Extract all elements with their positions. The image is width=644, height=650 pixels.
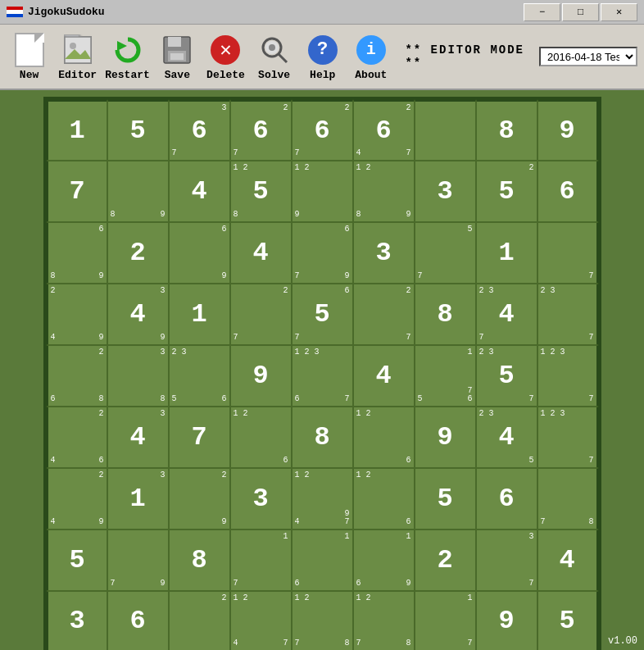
cell-r8c7[interactable]: 2 — [415, 530, 476, 591]
cell-r6c9[interactable]: 1 2 3 0 7 — [537, 407, 599, 468]
cell-r8c6[interactable]: 1 0 6 9 — [353, 530, 415, 591]
cell-r5c2[interactable]: 3 0 8 — [107, 345, 169, 407]
cell-r2c4[interactable]: 1 2 5 8 — [230, 161, 292, 222]
minimize-button[interactable]: − — [524, 3, 560, 21]
maximize-button[interactable]: □ — [562, 3, 599, 21]
cell-r5c4[interactable]: 9 — [230, 345, 292, 407]
cell-r7c6[interactable]: 1 2 0 6 — [353, 468, 415, 530]
about-button[interactable]: i About — [348, 27, 393, 86]
cell-r6c3[interactable]: 7 — [169, 407, 230, 468]
cell-r1c3[interactable]: 3 6 7 — [169, 99, 230, 161]
cell-r1c6[interactable]: 2 6 4 7 — [353, 99, 415, 161]
cell-r2c5[interactable]: 1 2 5 9 — [292, 161, 353, 222]
cell-r6c2[interactable]: 3 4 — [107, 407, 169, 468]
cell-r1c8[interactable]: 8 — [476, 99, 537, 161]
cell-r1c9[interactable]: 9 — [537, 99, 599, 161]
cell-r4c4[interactable]: 2 0 7 — [230, 284, 292, 345]
cell-r8c3[interactable]: 8 — [169, 530, 230, 591]
save-icon — [160, 33, 194, 67]
svg-point-2 — [70, 43, 76, 49]
cell-r6c5[interactable]: 8 — [292, 407, 353, 468]
cell-r9c2[interactable]: 6 — [107, 591, 169, 650]
cell-r4c2[interactable]: 3 4 9 — [107, 284, 169, 345]
cell-r2c3[interactable]: 4 — [169, 161, 230, 222]
solve-icon — [257, 33, 292, 67]
cell-r5c7[interactable]: 1 0 5 6 7 — [415, 345, 476, 407]
cell-r4c9[interactable]: 2 3 0 7 — [537, 284, 599, 345]
cell-r7c1[interactable]: 2 0 4 9 — [46, 468, 107, 530]
cell-r6c8[interactable]: 2 3 4 5 — [476, 407, 537, 468]
cell-r3c2[interactable]: 2 — [107, 222, 169, 284]
cell-r3c1[interactable]: 6 0 8 9 — [46, 222, 107, 284]
cell-r8c4[interactable]: 1 0 7 — [230, 530, 292, 591]
cell-r9c1[interactable]: 3 — [46, 591, 107, 650]
solve-button[interactable]: Solve — [252, 27, 297, 86]
cell-r4c5[interactable]: 6 5 7 — [292, 284, 353, 345]
save-button[interactable]: Save — [155, 27, 200, 86]
restart-button[interactable]: Restart — [103, 27, 152, 86]
cell-r5c6[interactable]: 4 — [353, 345, 415, 407]
cell-r4c8[interactable]: 2 3 4 7 — [476, 284, 537, 345]
cell-r5c8[interactable]: 2 3 5 7 — [476, 345, 537, 407]
cell-r2c7[interactable]: 3 — [415, 161, 476, 222]
cell-r1c4[interactable]: 2 6 7 — [230, 99, 292, 161]
cell-r3c5[interactable]: 6 0 7 9 — [292, 222, 353, 284]
cell-r8c9[interactable]: 4 — [537, 530, 599, 591]
cell-r6c4[interactable]: 1 2 0 6 — [230, 407, 292, 468]
cell-r5c3[interactable]: 2 3 0 5 6 — [169, 345, 230, 407]
cell-r9c9[interactable]: 5 — [537, 591, 599, 650]
new-button[interactable]: New — [7, 27, 52, 86]
cell-r3c7[interactable]: 5 0 7 — [415, 222, 476, 284]
cell-r7c5[interactable]: 1 2 0 4 7 9 — [292, 468, 353, 530]
cell-r4c3[interactable]: 1 — [169, 284, 230, 345]
cell-r1c7[interactable] — [415, 99, 476, 161]
cell-r9c5[interactable]: 1 2 0 7 8 — [292, 591, 353, 650]
restart-label: Restart — [105, 69, 150, 81]
cell-r7c7[interactable]: 5 — [415, 468, 476, 530]
cell-r7c3[interactable]: 2 0 9 — [169, 468, 230, 530]
editor-button[interactable]: Editor — [55, 27, 100, 86]
cell-r4c6[interactable]: 2 0 7 — [353, 284, 415, 345]
cell-r3c9[interactable]: 7 — [537, 222, 599, 284]
cell-r7c8[interactable]: 6 — [476, 468, 537, 530]
cell-r9c8[interactable]: 9 — [476, 591, 537, 650]
cell-r1c5[interactable]: 2 6 7 — [292, 99, 353, 161]
cell-r6c1[interactable]: 2 0 4 6 — [46, 407, 107, 468]
cell-r6c6[interactable]: 1 2 0 6 — [353, 407, 415, 468]
cell-r9c7[interactable]: 1 0 7 — [415, 591, 476, 650]
cell-r2c8[interactable]: 2 5 — [476, 161, 537, 222]
cell-r5c9[interactable]: 1 2 3 0 7 — [537, 345, 599, 407]
cell-r9c6[interactable]: 1 2 0 7 8 — [353, 591, 415, 650]
cell-r9c4[interactable]: 1 2 0 4 7 — [230, 591, 292, 650]
cell-r2c9[interactable]: 6 — [537, 161, 599, 222]
cell-r4c7[interactable]: 8 — [415, 284, 476, 345]
cell-r7c2[interactable]: 3 1 — [107, 468, 169, 530]
puzzle-select[interactable]: 2016-04-18 Test — [539, 47, 637, 66]
cell-r6c7[interactable]: 9 — [415, 407, 476, 468]
cell-r4c1[interactable]: 2 0 4 9 — [46, 284, 107, 345]
cell-r3c6[interactable]: 3 — [353, 222, 415, 284]
cell-r1c1[interactable]: 1 — [46, 99, 107, 161]
cell-r1c2[interactable]: 5 — [107, 99, 169, 161]
cell-r8c2[interactable]: 7 9 — [107, 530, 169, 591]
cell-r3c8[interactable]: 1 — [476, 222, 537, 284]
cell-r8c5[interactable]: 1 0 6 — [292, 530, 353, 591]
cell-r7c9[interactable]: 7 8 — [537, 468, 599, 530]
cell-r9c3[interactable]: 2 — [169, 591, 230, 650]
cell-r7c4[interactable]: 3 — [230, 468, 292, 530]
cell-r2c6[interactable]: 1 2 5 8 9 — [353, 161, 415, 222]
close-button[interactable]: ✕ — [601, 3, 637, 21]
cell-r5c5[interactable]: 1 2 3 0 6 7 — [292, 345, 353, 407]
window-controls[interactable]: − □ ✕ — [524, 3, 637, 21]
version-label: v1.00 — [608, 635, 637, 647]
svg-rect-8 — [170, 53, 184, 60]
cell-r5c1[interactable]: 2 0 6 8 — [46, 345, 107, 407]
cell-r2c2[interactable]: 8 9 — [107, 161, 169, 222]
cell-r3c3[interactable]: 6 0 9 — [169, 222, 230, 284]
cell-r8c1[interactable]: 5 — [46, 530, 107, 591]
cell-r2c1[interactable]: 7 — [46, 161, 107, 222]
cell-r3c4[interactable]: 4 — [230, 222, 292, 284]
delete-button[interactable]: ✕ Delete — [203, 27, 248, 86]
help-button[interactable]: ? Help — [300, 27, 345, 86]
cell-r8c8[interactable]: 3 0 7 — [476, 530, 537, 591]
